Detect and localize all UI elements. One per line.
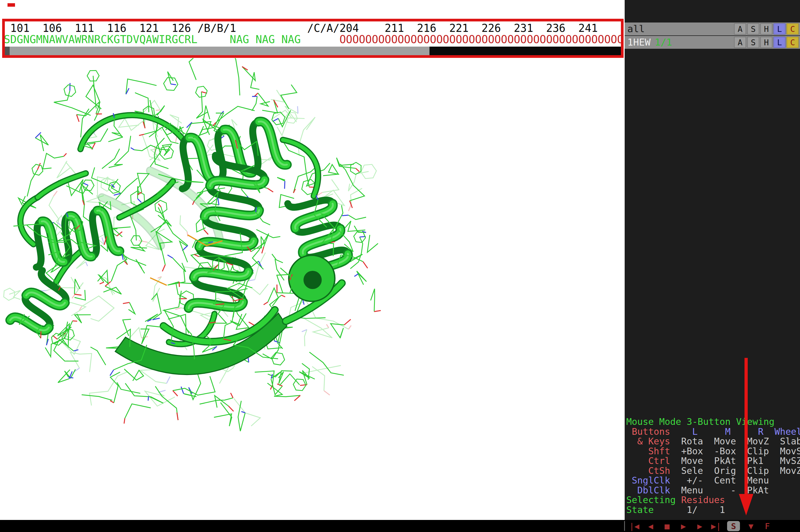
mouse-panel-line-7: DblClk Menu - PkAt (626, 486, 800, 495)
object-name[interactable]: all (628, 22, 645, 35)
menu-button-l-all[interactable]: L (774, 23, 785, 35)
object-row-1hew[interactable]: 1HEW1/1ASHLC (625, 36, 800, 49)
sequence-protein-residues[interactable]: SDGNGMNAWVAWRNRCKGTDVQAWIRGCRL NAG NAG N… (4, 33, 340, 45)
object-list: allASHLC1HEW1/1ASHLC (625, 22, 800, 49)
mouse-panel-line-9: State 1/ 1 (626, 505, 800, 515)
sequence-viewer: 101 106 111 116 121 126 /B/B/1 /C/A/204 … (0, 0, 625, 58)
menu-button-c-1hew[interactable]: C (787, 37, 799, 48)
mouse-panel-line-2: & Keys Rota Move MovZ Slab (626, 436, 800, 446)
mouse-mode-matrix: Mouse Mode 3-Button Viewing Buttons L M … (626, 417, 800, 515)
object-menu-buttons: ASHLC (734, 23, 799, 35)
menu-button-h-1hew[interactable]: H (760, 37, 772, 48)
movie-step-forward-button[interactable]: ▶ (694, 521, 705, 531)
movie-rewind-button[interactable]: |◀ (629, 521, 640, 531)
menu-button-l-1hew[interactable]: L (774, 37, 785, 48)
mouse-panel-line-5: CtSh Sele Orig Clip MovZ (626, 466, 800, 476)
sequence-toggle-button[interactable]: S (727, 521, 740, 531)
movie-end-button[interactable]: ▶| (711, 521, 722, 531)
menu-button-s-all[interactable]: S (747, 23, 759, 35)
mouse-mode-panel: Mouse Mode 3-Button Viewing Buttons L M … (625, 417, 800, 515)
movie-step-back-button[interactable]: ◀ (645, 521, 656, 531)
panel-collapse-button[interactable]: ▼ (746, 521, 756, 531)
mouse-panel-line-1: Buttons L M R Wheel (626, 427, 800, 437)
menu-button-a-1hew[interactable]: A (734, 37, 746, 48)
menu-button-c-all[interactable]: C (787, 23, 799, 35)
menu-button-s-1hew[interactable]: S (747, 37, 759, 48)
fullscreen-button[interactable]: F (762, 521, 772, 531)
control-panel: allASHLC1HEW1/1ASHLC Mouse Mode 3-Button… (625, 0, 800, 520)
3d-viewport[interactable] (0, 58, 625, 520)
annotation-mark (7, 3, 15, 7)
movie-controls: |◀◀■▶▶▶|S▼F (629, 520, 772, 532)
sequence-scrollbar[interactable] (3, 46, 623, 56)
object-state-count: 1/1 (655, 36, 672, 49)
panel-divider (624, 521, 625, 531)
object-menu-buttons: ASHLC (734, 37, 799, 48)
sequence-scrollbar-thumb[interactable] (10, 46, 430, 56)
sequence-scrollbar-cap[interactable] (3, 46, 10, 56)
sequence-residue-numbers: 101 106 111 116 121 126 /B/B/1 /C/A/204 … (4, 22, 598, 34)
mouse-panel-line-0: Mouse Mode 3-Button Viewing (626, 417, 800, 427)
bottom-bar: |◀◀■▶▶▶|S▼F (0, 520, 800, 532)
movie-stop-button[interactable]: ■ (662, 521, 672, 531)
protein-structure[interactable] (0, 58, 625, 520)
movie-play-button[interactable]: ▶ (678, 521, 689, 531)
mouse-panel-line-3: Shft +Box -Box Clip MovS (626, 446, 800, 456)
menu-button-a-all[interactable]: A (734, 23, 746, 35)
object-row-all[interactable]: allASHLC (625, 22, 800, 35)
mouse-panel-line-4: Ctrl Move PkAt Pk1 MvSZ (626, 456, 800, 466)
mouse-panel-line-6: SnglClk +/- Cent Menu (626, 475, 800, 486)
sequence-ligand-residues[interactable]: OOOOOOOOOOOOOOOOOOOOOOOOOOOOOOOOOOOOOOOO… (340, 33, 623, 45)
object-name[interactable]: 1HEW (628, 36, 651, 49)
mouse-panel-line-8: Selecting Residues (626, 495, 800, 505)
menu-button-h-all[interactable]: H (760, 23, 772, 35)
sequence-letters[interactable]: SDGNGMNAWVAWRNRCKGTDVQAWIRGCRL NAG NAG N… (4, 34, 623, 45)
pymol-window: 101 106 111 116 121 126 /B/B/1 /C/A/204 … (0, 0, 800, 532)
